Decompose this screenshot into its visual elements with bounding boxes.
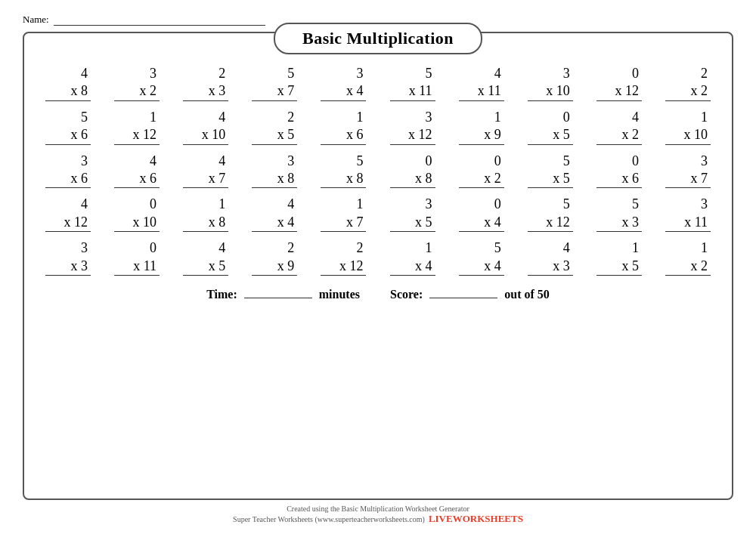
top-number: 4 [218,153,228,170]
worksheet-page: Name: Basic Multiplication 4x 83x 22x 35… [0,0,756,534]
bottom-number: x 7 [665,170,711,188]
bottom-number: x 2 [114,82,160,100]
top-number: 1 [494,109,504,126]
bottom-number: x 2 [596,126,642,144]
problem-r1-c3: 2x 3 [183,65,228,101]
score-label: Score: out of 50 [390,288,550,301]
problem-r5-c1: 3x 3 [45,239,91,276]
problem-r3-c4: 3x 8 [252,153,297,189]
top-number: 2 [701,65,711,82]
footer: Created using the Basic Multiplication W… [23,505,733,525]
top-number: 3 [701,196,711,213]
problem-r5-c8: 4x 3 [528,239,573,276]
top-number: 4 [632,109,642,126]
worksheet-title: Basic Multiplication [274,23,482,54]
bottom-number: x 10 [183,126,228,144]
bottom-number: x 12 [596,82,642,100]
top-number: 0 [632,65,642,82]
problem-r5-c10: 1x 2 [665,239,711,276]
problem-r3-c5: 5x 8 [321,153,366,189]
problem-r5-c6: 1x 4 [390,239,435,276]
top-number: 5 [494,239,504,257]
top-number: 5 [81,109,91,126]
bottom-number: x 3 [528,258,573,276]
top-number: 0 [150,196,160,213]
top-number: 0 [563,109,573,126]
score-fill[interactable] [429,298,497,298]
top-number: 1 [701,109,711,126]
footer-line2: Super Teacher Worksheets (www.superteach… [23,513,733,525]
top-number: 3 [426,109,435,126]
problem-r1-c4: 5x 7 [252,65,297,101]
bottom-number: x 8 [321,170,366,188]
problem-r2-c5: 1x 6 [321,109,366,145]
bottom-number: x 7 [321,214,366,232]
bottom-number: x 7 [252,82,297,100]
problem-r2-c2: 1x 12 [114,109,160,145]
top-number: 4 [494,65,504,82]
problem-r3-c10: 3x 7 [665,153,711,189]
top-number: 4 [150,153,160,170]
time-label: Time: minutes [206,288,360,301]
top-number: 3 [426,196,435,213]
problem-r2-c10: 1x 10 [665,109,711,145]
liveworksheets-logo: LIVEWORKSHEETS [429,513,523,524]
footer-line1: Created using the Basic Multiplication W… [23,505,733,513]
top-number: 1 [218,196,228,213]
problem-r1-c6: 5x 11 [390,65,435,101]
top-number: 1 [426,239,435,257]
bottom-number: x 2 [665,258,711,276]
problem-r4-c2: 0x 10 [114,196,160,232]
problem-r1-c9: 0x 12 [596,65,642,101]
problem-r2-c9: 4x 2 [596,109,642,145]
time-fill[interactable] [244,298,312,298]
problem-r2-c1: 5x 6 [45,109,91,145]
bottom-number: x 12 [114,126,160,144]
bottom-number: x 4 [321,82,366,100]
bottom-number: x 6 [45,126,91,144]
bottom-number: x 8 [252,170,297,188]
bottom-number: x 5 [390,214,435,232]
top-number: 3 [701,153,711,170]
bottom-number: x 8 [183,214,228,232]
bottom-number: x 5 [252,126,297,144]
problem-r2-c3: 4x 10 [183,109,228,145]
bottom-number: x 12 [45,214,91,232]
bottom-number: x 2 [665,82,711,100]
bottom-number: x 9 [459,126,504,144]
bottom-number: x 10 [528,82,573,100]
top-number: 4 [81,196,91,213]
problems-row-3: 3x 64x 64x 73x 85x 80x 80x 25x 50x 63x 7 [38,150,718,192]
bottom-number: x 9 [252,258,297,276]
problems-row-1: 4x 83x 22x 35x 73x 45x 114x 113x 100x 12… [38,62,718,104]
top-number: 0 [426,153,435,170]
bottom-number: x 4 [390,258,435,276]
bottom-number: x 5 [528,126,573,144]
top-number: 5 [563,153,573,170]
bottom-number: x 11 [665,214,711,232]
problem-r5-c2: 0x 11 [114,239,160,276]
top-number: 4 [287,196,297,213]
problem-r3-c8: 5x 5 [528,153,573,189]
top-number: 1 [150,109,160,126]
problem-r4-c10: 3x 11 [665,196,711,232]
bottom-number: x 2 [459,170,504,188]
top-number: 5 [287,65,297,82]
problem-r1-c8: 3x 10 [528,65,573,101]
problem-r2-c8: 0x 5 [528,109,573,145]
top-number: 5 [632,196,642,213]
problems-row-2: 5x 61x 124x 102x 51x 63x 121x 90x 54x 21… [38,106,718,148]
top-number: 1 [632,239,642,257]
bottom-number: x 5 [596,258,642,276]
top-number: 4 [218,239,228,257]
top-number: 3 [563,65,573,82]
bottom-number: x 12 [321,258,366,276]
problem-r3-c9: 0x 6 [596,153,642,189]
problem-r3-c6: 0x 8 [390,153,435,189]
top-number: 3 [81,153,91,170]
top-number: 5 [356,153,366,170]
problems-row-5: 3x 30x 114x 52x 92x 121x 45x 44x 31x 51x… [38,236,718,279]
problem-r1-c5: 3x 4 [321,65,366,101]
bottom-number: x 10 [665,126,711,144]
bottom-number: x 12 [528,214,573,232]
